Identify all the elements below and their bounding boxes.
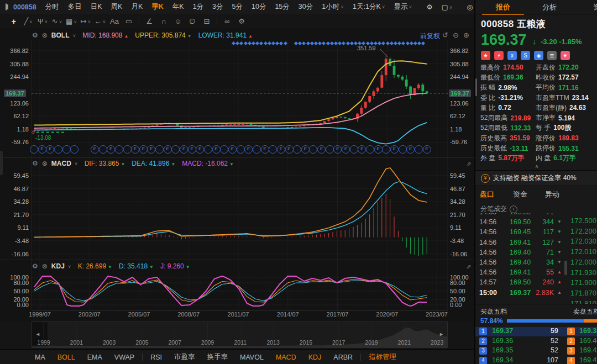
- indicator-name[interactable]: MACD: [51, 160, 71, 167]
- event-marker-icon[interactable]: …: [253, 145, 261, 154]
- period-月K[interactable]: 月K: [127, 2, 147, 12]
- panel-scrollbar[interactable]: [475, 78, 477, 96]
- event-marker-icon[interactable]: …: [115, 145, 123, 154]
- delete-tool-icon[interactable]: ⊟: [200, 17, 214, 26]
- event-marker-icon[interactable]: …: [399, 145, 407, 154]
- event-marker-icon[interactable]: …: [99, 145, 107, 154]
- period-1分[interactable]: 1分: [188, 2, 208, 12]
- arrow-right-tool-icon[interactable]: ↦∨: [78, 17, 93, 26]
- indicator-button-MA[interactable]: MA: [29, 354, 51, 361]
- event-marker-icon[interactable]: …: [326, 145, 334, 154]
- emoji-tool-icon[interactable]: ☺: [171, 17, 185, 26]
- angle-tool-icon[interactable]: ∠: [142, 17, 156, 26]
- arrow-left-tool-icon[interactable]: ←∨: [93, 17, 107, 26]
- indicator-settings-icon[interactable]: ⚙: [32, 31, 38, 39]
- buy-level-row[interactable]: 1169.37591169.38: [475, 327, 597, 336]
- event-marker-icon[interactable]: E: [38, 145, 46, 154]
- zoom-out-icon[interactable]: ⊖: [453, 31, 459, 39]
- event-marker-icon[interactable]: …: [293, 145, 301, 154]
- event-marker-icon[interactable]: …: [204, 145, 212, 154]
- event-marker-icon[interactable]: …: [54, 145, 62, 154]
- chevron-down-icon[interactable]: ∨: [75, 161, 78, 166]
- event-marker-icon[interactable]: E: [147, 145, 155, 154]
- pattern-tool-icon[interactable]: ▦∨: [64, 17, 78, 26]
- indicator-close-icon[interactable]: ⊗: [42, 31, 48, 39]
- event-marker-icon[interactable]: …: [269, 145, 277, 154]
- macd-expand-icon[interactable]: ⇗: [466, 161, 471, 168]
- tab-分析[interactable]: 分析: [533, 0, 566, 14]
- event-marker-icon[interactable]: …: [62, 145, 71, 154]
- event-marker-icon[interactable]: …: [350, 145, 358, 154]
- subtab-异动[interactable]: 异动: [545, 189, 559, 199]
- event-marker-icon[interactable]: E: [285, 145, 294, 154]
- text-tool-icon[interactable]: Aa: [107, 17, 122, 26]
- symbol-code[interactable]: 000858: [9, 3, 41, 11]
- magnet-tool-icon[interactable]: ∩: [156, 17, 171, 26]
- indicator-button-市盈率[interactable]: 市盈率: [168, 352, 201, 362]
- event-marker-icon[interactable]: E: [390, 145, 399, 154]
- event-marker-icon[interactable]: E: [212, 145, 221, 154]
- navigator-left-arrow[interactable]: ◄: [35, 331, 40, 337]
- indicator-settings-icon[interactable]: ⚙: [32, 262, 38, 270]
- event-marker-icon[interactable]: …: [171, 145, 180, 154]
- event-marker-icon[interactable]: …: [70, 145, 78, 154]
- indicator-name[interactable]: KDJ: [51, 262, 65, 270]
- indicator-button-RSI[interactable]: RSI: [144, 354, 168, 361]
- event-marker-icon[interactable]: E: [244, 145, 253, 154]
- event-marker-icon[interactable]: E: [406, 145, 415, 154]
- comment-tool-icon[interactable]: ▭: [122, 17, 136, 26]
- event-marker-icon[interactable]: E: [317, 145, 326, 154]
- period-周K[interactable]: 周K: [107, 2, 127, 12]
- buy-level-row[interactable]: 2169.36522169.40: [475, 337, 597, 346]
- event-marker-icon[interactable]: …: [220, 145, 228, 154]
- heart-badge[interactable]: ♥: [561, 51, 570, 60]
- subtab-盘口[interactable]: 盘口: [480, 189, 494, 199]
- period-日K[interactable]: 日K: [86, 2, 107, 12]
- period-30分[interactable]: 30分: [294, 2, 317, 12]
- tag-badge[interactable]: ◈: [534, 51, 543, 60]
- ladder-scrollbar[interactable]: [564, 261, 567, 275]
- indicator-button-MAVOL[interactable]: MAVOL: [234, 354, 270, 361]
- indicator-button-指标管理[interactable]: 指标管理: [363, 352, 402, 362]
- indicator-button-KDJ[interactable]: KDJ: [302, 354, 328, 361]
- tab-资讯[interactable]: 资讯: [584, 0, 597, 14]
- event-marker-icon[interactable]: E: [139, 145, 148, 154]
- adjust-mode-button[interactable]: 前复权: [420, 31, 440, 41]
- event-marker-icon[interactable]: E: [301, 145, 310, 154]
- event-marker-icon[interactable]: E: [164, 145, 172, 154]
- buy-level-row[interactable]: 4169.341074169.45: [475, 356, 597, 364]
- event-marker-icon[interactable]: …: [237, 145, 245, 154]
- subtab-资金[interactable]: 资金: [513, 189, 527, 199]
- event-marker-icon[interactable]: E: [180, 145, 188, 154]
- star-badge[interactable]: ★: [481, 51, 490, 60]
- event-marker-icon[interactable]: E: [423, 145, 431, 154]
- event-marker-icon[interactable]: E: [228, 145, 237, 154]
- tab-报价[interactable]: 报价: [482, 0, 524, 15]
- event-marker-icon[interactable]: …: [309, 145, 317, 154]
- x-badge[interactable]: x: [507, 51, 517, 60]
- indicator-settings-icon[interactable]: ⚙: [32, 160, 38, 167]
- event-marker-icon[interactable]: …: [382, 145, 390, 154]
- event-marker-icon[interactable]: E: [261, 145, 269, 154]
- indicator-close-icon[interactable]: ⊗: [42, 262, 48, 270]
- event-marker-icon[interactable]: …: [30, 145, 38, 154]
- event-marker-icon[interactable]: E: [342, 145, 350, 154]
- navigator-right-arrow[interactable]: ►: [439, 331, 444, 337]
- interval-dropdown[interactable]: 1天:1分K∨: [348, 2, 390, 12]
- period-分时[interactable]: 分时: [41, 2, 64, 12]
- chevron-down-icon[interactable]: ∨: [68, 264, 71, 269]
- indicator-button-VWAP[interactable]: VWAP: [108, 354, 140, 361]
- trendline-tool-icon[interactable]: ╱∨: [21, 17, 35, 26]
- window-layout-icon[interactable]: [6, 3, 7, 10]
- hide-tool-icon[interactable]: ∅: [185, 17, 200, 26]
- draw-settings-tool-icon[interactable]: ⚙: [234, 17, 249, 26]
- left-edge-handle[interactable]: [0, 151, 3, 175]
- indicator-button-换手率[interactable]: 换手率: [201, 352, 234, 362]
- indicator-button-EMA[interactable]: EMA: [81, 354, 108, 361]
- period-3分[interactable]: 3分: [208, 2, 227, 12]
- wave-tool-icon[interactable]: ∿∨: [50, 17, 64, 26]
- timeline-navigator[interactable]: 1999200120032005200720092011201320152017…: [32, 321, 448, 348]
- event-marker-icon[interactable]: E: [333, 145, 342, 154]
- event-marker-icon[interactable]: …: [415, 145, 423, 154]
- period-5分[interactable]: 5分: [228, 2, 247, 12]
